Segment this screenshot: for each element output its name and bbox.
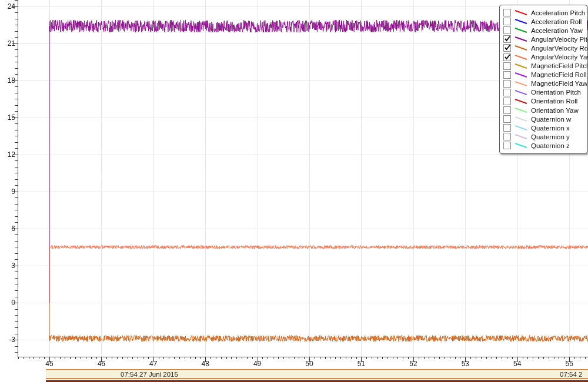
y-tick-label: 0	[0, 299, 15, 307]
checkbox[interactable]	[503, 115, 511, 123]
x-tick-label: 50	[296, 360, 322, 368]
legend-item-acceleration-pitch[interactable]: Acceleration Pitch	[500, 8, 587, 17]
checkbox[interactable]	[503, 142, 511, 149]
legend-item-orientation-yaw[interactable]: Orientation Yaw	[500, 106, 587, 115]
legend-item-label: Acceleration Roll	[531, 18, 582, 25]
time-range-label-right: 07:54 2	[560, 371, 588, 378]
series-color-swatch	[514, 18, 528, 25]
legend-item-label: Acceleration Yaw	[531, 27, 583, 34]
legend-item-label: AngularVelocity Pitch	[531, 36, 588, 43]
series-color-swatch	[514, 45, 528, 51]
series-color-swatch	[514, 116, 528, 122]
legend-item-magneticfield-pitch[interactable]: MagneticField Pitch	[500, 62, 587, 71]
series-color-swatch	[514, 63, 528, 69]
legend-item-quaternion-x[interactable]: Quaternion x	[500, 123, 587, 132]
time-range-label-left: 07:54 27 Juni 2015	[46, 371, 253, 378]
legend-item-angularvelocity-pitch[interactable]: AngularVelocity Pitch	[500, 35, 587, 43]
series-color-swatch	[514, 27, 528, 33]
legend-item-acceleration-roll[interactable]: Acceleration Roll	[500, 17, 587, 26]
legend-item-label: Orientation Roll	[531, 98, 577, 105]
series-color-swatch	[514, 9, 528, 16]
x-tick-label: 47	[141, 360, 166, 368]
series-color-swatch	[514, 89, 528, 96]
series-color-swatch	[514, 107, 528, 113]
check-icon	[504, 53, 511, 61]
legend-item-label: Orientation Yaw	[531, 107, 579, 114]
legend-item-label: Acceleration Pitch	[531, 9, 585, 16]
checkbox[interactable]	[503, 89, 511, 96]
legend-item-label: Quaternion x	[531, 125, 570, 132]
checkbox[interactable]	[503, 124, 511, 132]
series-color-swatch	[514, 36, 528, 42]
plot-window: -303691215182124 4546474849505152535455 …	[0, 0, 588, 382]
y-tick-label: -3	[0, 336, 15, 344]
legend-item-quaternion-w[interactable]: Quaternion w	[500, 115, 587, 123]
y-tick-label: 24	[0, 2, 15, 11]
legend-item-orientation-pitch[interactable]: Orientation Pitch	[500, 88, 587, 97]
legend-item-label: MagneticField Yaw	[531, 80, 587, 87]
x-tick-label: 51	[348, 360, 374, 368]
y-tick-label: 12	[0, 150, 15, 159]
legend-panel: Acceleration PitchAcceleration RollAccel…	[499, 5, 587, 154]
legend-item-quaternion-y[interactable]: Quaternion y	[500, 132, 587, 141]
x-tick-label: 53	[452, 360, 478, 368]
x-tick-label: 48	[192, 360, 218, 368]
x-tick-label: 45	[36, 360, 62, 368]
series-color-swatch	[514, 133, 528, 140]
checkbox[interactable]	[503, 35, 511, 43]
legend-item-acceleration-yaw[interactable]: Acceleration Yaw	[500, 26, 587, 35]
checkbox[interactable]	[503, 80, 511, 88]
y-tick-label: 3	[0, 262, 15, 270]
series-color-swatch	[514, 72, 528, 78]
legend-item-label: MagneticField Pitch	[531, 62, 588, 69]
legend-item-label: AngularVelocity Yaw	[531, 53, 588, 61]
x-tick-label: 52	[400, 360, 426, 368]
legend-item-label: MagneticField Roll	[531, 71, 587, 78]
checkbox[interactable]	[503, 53, 511, 61]
legend-item-label: Quaternion z	[531, 142, 570, 149]
legend-item-label: Quaternion y	[531, 133, 570, 140]
checkbox[interactable]	[503, 62, 511, 70]
series-color-swatch	[514, 142, 528, 149]
series-color-swatch	[514, 54, 528, 61]
legend-item-angularvelocity-roll[interactable]: AngularVelocity Roll	[500, 43, 587, 52]
series-color-swatch	[514, 98, 528, 105]
y-tick-label: 9	[0, 187, 15, 196]
check-icon	[504, 35, 511, 42]
x-tick-label: 54	[505, 360, 530, 368]
checkbox[interactable]	[503, 71, 511, 79]
checkbox[interactable]	[503, 26, 511, 34]
legend-item-magneticfield-roll[interactable]: MagneticField Roll	[500, 71, 587, 79]
series-color-swatch	[514, 125, 528, 131]
y-tick-label: 21	[0, 39, 15, 48]
checkbox[interactable]	[503, 106, 511, 114]
checkbox[interactable]	[503, 133, 511, 140]
checkbox[interactable]	[503, 18, 511, 25]
checkbox[interactable]	[503, 9, 511, 16]
check-icon	[504, 44, 511, 51]
legend-item-quaternion-z[interactable]: Quaternion z	[500, 141, 587, 150]
y-tick-label: 18	[0, 76, 15, 85]
legend-item-orientation-roll[interactable]: Orientation Roll	[500, 97, 587, 106]
checkbox[interactable]	[503, 98, 511, 105]
legend-item-label: AngularVelocity Roll	[531, 45, 588, 52]
legend-item-angularvelocity-yaw[interactable]: AngularVelocity Yaw	[500, 52, 587, 61]
x-tick-label: 49	[245, 360, 270, 368]
y-tick-label: 15	[0, 113, 15, 122]
x-tick-label: 46	[88, 360, 114, 368]
time-axis-footer: 07:54 27 Juni 2015 07:54 2	[46, 369, 588, 379]
legend-item-label: Quaternion w	[531, 116, 571, 123]
x-tick-label: 55	[556, 360, 582, 368]
legend-item-label: Orientation Pitch	[531, 89, 581, 96]
checkbox[interactable]	[503, 44, 511, 52]
legend-item-magneticfield-yaw[interactable]: MagneticField Yaw	[500, 79, 587, 88]
series-color-swatch	[514, 81, 528, 87]
y-tick-label: 6	[0, 224, 15, 233]
